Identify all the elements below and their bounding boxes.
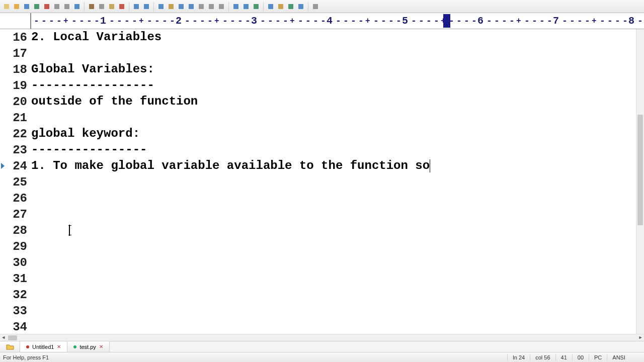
- panel-4-button[interactable]: [296, 2, 305, 11]
- editor-line[interactable]: global keyword:: [31, 126, 636, 142]
- document-tab-testpy[interactable]: test.py✕: [67, 341, 109, 352]
- current-line-arrow-icon: [1, 163, 5, 169]
- tab-folder-icon[interactable]: [0, 341, 20, 352]
- save-button[interactable]: [22, 2, 31, 11]
- close-button[interactable]: [42, 2, 51, 11]
- panel-3-button[interactable]: [286, 2, 295, 11]
- find-h1-button[interactable]: [197, 2, 206, 11]
- svg-rect-0: [4, 4, 9, 9]
- toggle-a-button[interactable]: [231, 2, 240, 11]
- panel-1-button[interactable]: [266, 2, 275, 11]
- svg-rect-6: [64, 4, 69, 9]
- editor-line[interactable]: [31, 206, 636, 222]
- editor-line[interactable]: [31, 45, 636, 61]
- toggle-b-button[interactable]: [242, 2, 251, 11]
- line-number-gutter: 16171819202122232425262728293031323334: [0, 29, 31, 334]
- status-column: col 56: [530, 354, 555, 360]
- svg-rect-25: [278, 4, 283, 9]
- find-hx-button[interactable]: [207, 2, 216, 11]
- undo-button[interactable]: [132, 2, 141, 11]
- find-button[interactable]: [156, 2, 166, 11]
- editor-line[interactable]: outside of the function: [31, 94, 636, 110]
- tab-label: test.py: [79, 344, 96, 350]
- editor-line[interactable]: -----------------: [31, 77, 636, 94]
- editor-line[interactable]: 1. To make global variable available to …: [31, 158, 636, 174]
- hscroll-left-icon[interactable]: ◄: [0, 335, 7, 341]
- line-number: 30: [0, 254, 27, 270]
- document-tab-untitled1[interactable]: Untitled1✕: [20, 341, 67, 352]
- line-number: 27: [0, 206, 27, 222]
- tab-close-icon[interactable]: ✕: [57, 344, 61, 349]
- ruler: 1----+----2----+----3----+----4----+----…: [0, 13, 644, 29]
- line-number: 32: [0, 287, 27, 303]
- svg-rect-20: [219, 4, 224, 9]
- svg-rect-28: [313, 4, 318, 9]
- text-editor[interactable]: 2. Local VariablesGlobal Variables:-----…: [31, 29, 636, 334]
- line-number: 22: [0, 126, 27, 142]
- delete-button[interactable]: [117, 2, 126, 11]
- editor-line[interactable]: [31, 174, 636, 190]
- print-button[interactable]: [52, 2, 61, 11]
- copy-button[interactable]: [97, 2, 106, 11]
- editor-line[interactable]: [31, 270, 636, 287]
- ruler-major-5: 5: [400, 15, 410, 27]
- svg-rect-23: [254, 4, 259, 9]
- find-highlight-button[interactable]: [167, 2, 176, 11]
- line-number: 29: [0, 238, 27, 254]
- line-number: 17: [0, 45, 27, 61]
- paste-button[interactable]: [107, 2, 116, 11]
- new-file-button[interactable]: [2, 2, 11, 11]
- svg-rect-10: [109, 4, 114, 9]
- horizontal-scrollbar[interactable]: ◄ ►: [0, 334, 644, 341]
- editor-line[interactable]: [31, 303, 636, 319]
- status-num1: 41: [555, 354, 572, 360]
- svg-rect-9: [99, 4, 104, 9]
- editor-line[interactable]: [31, 254, 636, 270]
- svg-rect-5: [54, 4, 59, 9]
- open-file-button[interactable]: [12, 2, 21, 11]
- editor-line[interactable]: [31, 287, 636, 303]
- editor-line[interactable]: [31, 222, 636, 238]
- refresh-button[interactable]: [72, 2, 82, 11]
- editor-line[interactable]: ----------------: [31, 142, 636, 158]
- print-preview-button[interactable]: [62, 2, 71, 11]
- hscroll-thumb[interactable]: [8, 335, 17, 340]
- tab-label: Untitled1: [32, 344, 54, 350]
- svg-rect-18: [199, 4, 204, 9]
- find-prev-button[interactable]: [187, 2, 196, 11]
- ruler-major-8: 8: [626, 15, 636, 27]
- line-number: 18: [0, 61, 27, 77]
- document-tabbar: Untitled1✕test.py✕: [0, 341, 644, 352]
- help-button[interactable]: [311, 2, 320, 11]
- editor-line[interactable]: [31, 110, 636, 126]
- check-button[interactable]: [252, 2, 261, 11]
- status-mode: PC: [589, 354, 607, 360]
- tab-close-icon[interactable]: ✕: [99, 344, 103, 349]
- hscroll-right-icon[interactable]: ►: [637, 335, 644, 341]
- save-all-button[interactable]: [32, 2, 41, 11]
- vertical-scrollbar[interactable]: [636, 29, 644, 334]
- status-num2: 00: [572, 354, 589, 360]
- line-number: 34: [0, 319, 27, 334]
- line-number: 21: [0, 110, 27, 126]
- editor-line[interactable]: [31, 238, 636, 254]
- svg-rect-11: [119, 4, 124, 9]
- editor-line[interactable]: [31, 190, 636, 206]
- editor-line[interactable]: Global Variables:: [31, 61, 636, 77]
- cut-button[interactable]: [87, 2, 96, 11]
- svg-rect-21: [233, 4, 238, 9]
- panel-2-button[interactable]: [276, 2, 285, 11]
- find-next-button[interactable]: [177, 2, 186, 11]
- editor-line[interactable]: 2. Local Variables: [31, 29, 636, 45]
- ruler-major-1: 1: [98, 15, 108, 27]
- editor-area: 16171819202122232425262728293031323334 2…: [0, 29, 644, 334]
- line-number: 33: [0, 303, 27, 319]
- svg-rect-26: [288, 4, 293, 9]
- line-number: 20: [0, 94, 27, 110]
- vertical-scrollbar-thumb[interactable]: [637, 115, 643, 225]
- line-number: 28: [0, 222, 27, 238]
- editor-line[interactable]: [31, 319, 636, 334]
- line-number: 26: [0, 190, 27, 206]
- find-hw-button[interactable]: [217, 2, 226, 11]
- redo-button[interactable]: [142, 2, 151, 11]
